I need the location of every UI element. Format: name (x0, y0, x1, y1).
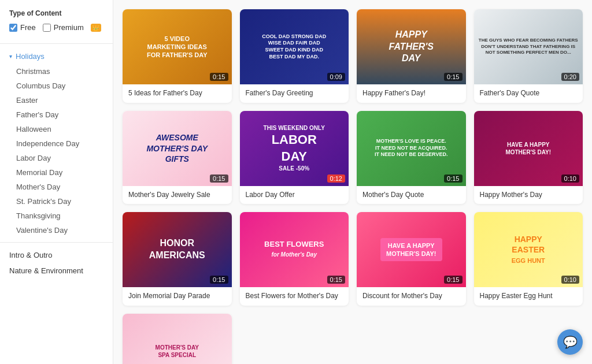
card-thumb: HonorAmericans 0:15 (123, 212, 232, 287)
card-thumb: HappyFather'sDay 0:15 (357, 9, 466, 84)
sidebar-subitem-mothersday[interactable]: Mother's Day (0, 180, 113, 194)
card-happy-mothers[interactable]: Have a HappyMother's Day! 0:10 Happy Mot… (474, 111, 583, 205)
free-checkbox-label[interactable]: Free (9, 23, 36, 32)
card-easter[interactable]: HAPPYEASTEREGG HUNT 0:10 Happy Easter Eg… (474, 212, 583, 306)
content-type-controls: Free Premium 👑 (0, 23, 113, 41)
sidebar-subitem-thanksgiving[interactable]: Thanksgiving (0, 209, 113, 223)
card-title: Best Flowers for Mother's Day (240, 287, 349, 306)
nature-label: Nature & Environment (9, 266, 83, 275)
card-duration: 0:10 (561, 276, 579, 284)
sidebar-subitem-memorialday[interactable]: Memorial Day (0, 165, 113, 180)
card-thumb: AwesomeMother's Daygifts 0:15 (123, 111, 232, 186)
card-title: 5 Ideas for Father's Day (123, 84, 232, 103)
card-duration: 0:15 (210, 73, 228, 81)
sidebar-item-intro-outro[interactable]: Intro & Outro (0, 247, 113, 263)
thumb-text: HappyFather'sDay (384, 24, 438, 69)
sidebar-subitem-christmas[interactable]: Christmas (0, 64, 113, 79)
sidebar-subitem-easter[interactable]: Easter (0, 93, 113, 107)
sidebar-subitem-halloween[interactable]: Halloween (0, 122, 113, 136)
sidebar-subitem-valentines[interactable]: Valentine's Day (0, 223, 113, 237)
divider (0, 43, 113, 44)
chat-button[interactable]: 💬 (557, 329, 583, 355)
sidebar-item-nature[interactable]: Nature & Environment (0, 263, 113, 278)
card-fathers-happy[interactable]: HappyFather'sDay 0:15 Happy Father's Day… (357, 9, 466, 103)
premium-icon: 👑 (91, 24, 101, 32)
thumb-text: COOL DAD STRONG DADWISE DAD FAIR DADSWEE… (257, 29, 331, 65)
card-duration: 0:10 (561, 174, 579, 183)
thumb-text: Have a HappyMother's Day! (501, 136, 556, 161)
chat-icon: 💬 (563, 335, 578, 349)
card-thumb: THIS WEEKEND ONLYLABORDAYSALE -50% 0:12 (240, 111, 349, 186)
card-thumb: Have a HappyMother's Day! 0:10 (474, 111, 583, 186)
card-thumb: 5 VIDEOMARKETING IDEASFOR FATHER'S DAY 0… (123, 9, 232, 84)
premium-checkbox-label[interactable]: Premium (43, 23, 84, 32)
card-mothers-quote[interactable]: MOTHER'S LOVE IS PEACE.IT NEED NOT BE AC… (357, 111, 466, 205)
card-thumb: COOL DAD STRONG DADWISE DAD FAIR DADSWEE… (240, 9, 349, 84)
card-duration: 0:09 (327, 73, 345, 81)
card-thumb: HAPPYEASTEREGG HUNT 0:10 (474, 212, 583, 287)
card-fathers-greeting[interactable]: COOL DAD STRONG DADWISE DAD FAIR DADSWEE… (240, 9, 349, 103)
card-mothers-jewelry[interactable]: AwesomeMother's Daygifts 0:15 Mother's D… (123, 111, 232, 205)
card-memorial[interactable]: HonorAmericans 0:15 Join Memorial Day Pa… (123, 212, 232, 306)
card-title: Happy Father's Day! (357, 84, 466, 103)
card-title: Mother's Day Jewelry Sale (123, 186, 232, 205)
card-fathers-5ideas[interactable]: 5 VIDEOMARKETING IDEASFOR FATHER'S DAY 0… (123, 9, 232, 103)
card-title: Labor Day Offer (240, 186, 349, 205)
free-checkbox[interactable] (9, 24, 17, 32)
thumb-text: HAVE A HAPPYMOTHER'S DAY! (380, 238, 442, 262)
sidebar-subitem-columbus[interactable]: Columbus Day (0, 79, 113, 93)
card-title: Happy Easter Egg Hunt (474, 287, 583, 306)
thumb-text: THIS WEEKEND ONLYLABORDAYSALE -50% (259, 120, 330, 177)
card-flowers[interactable]: Best Flowersfor Mother's Day 0:15 Best F… (240, 212, 349, 306)
card-title: Join Memorial Day Parade (123, 287, 232, 306)
card-duration: 0:15 (210, 174, 228, 183)
sidebar-subitem-stpatricks[interactable]: St. Patrick's Day (0, 194, 113, 209)
sidebar-subitem-laborday[interactable]: Labor Day (0, 151, 113, 165)
card-duration: 0:20 (561, 73, 579, 81)
card-discount-mothers[interactable]: HAVE A HAPPYMOTHER'S DAY! 0:15 Discount … (357, 212, 466, 306)
sidebar: Type of Content Free Premium 👑 ▾ Holiday… (0, 0, 113, 364)
card-spa[interactable]: Mother's DaySpa Special Mother's Day Spa… (123, 314, 232, 364)
section-title: Type of Content (0, 9, 113, 23)
thumb-text: 5 VIDEOMARKETING IDEASFOR FATHER'S DAY (142, 30, 212, 64)
cards-grid: 5 VIDEOMARKETING IDEASFOR FATHER'S DAY 0… (123, 9, 583, 364)
card-labor-offer[interactable]: THIS WEEKEND ONLYLABORDAYSALE -50% 0:12 … (240, 111, 349, 205)
card-thumb: MOTHER'S LOVE IS PEACE.IT NEED NOT BE AC… (357, 111, 466, 186)
thumb-text: The guys who fear becoming fathers don't… (474, 33, 583, 60)
card-duration: 0:15 (327, 276, 345, 284)
chevron-icon: ▾ (9, 53, 12, 60)
card-fathers-quote[interactable]: The guys who fear becoming fathers don't… (474, 9, 583, 103)
thumb-text: Best Flowersfor Mother's Day (260, 235, 328, 264)
card-title: Discount for Mother's Day (357, 287, 466, 306)
card-thumb: Best Flowersfor Mother's Day 0:15 (240, 212, 349, 287)
sidebar-subitem-independence[interactable]: Independence Day (0, 136, 113, 151)
thumb-text: Mother's DaySpa Special (151, 339, 204, 363)
sidebar-subitem-fathersday[interactable]: Father's Day (0, 107, 113, 122)
premium-label: Premium (54, 23, 84, 32)
card-title: Father's Day Quote (474, 84, 583, 103)
holidays-label: Holidays (16, 52, 45, 61)
card-duration: 0:15 (444, 73, 462, 81)
card-title: Happy Mother's Day (474, 186, 583, 205)
thumb-text: AwesomeMother's Daygifts (142, 128, 212, 169)
divider2 (0, 242, 113, 243)
sidebar-item-holidays[interactable]: ▾ Holidays (0, 49, 113, 64)
card-duration: 0:15 (210, 276, 228, 284)
premium-checkbox[interactable] (43, 24, 51, 32)
thumb-text: HonorAmericans (145, 233, 210, 266)
card-title: Father's Day Greeting (240, 84, 349, 103)
card-thumb: The guys who fear becoming fathers don't… (474, 9, 583, 84)
card-duration: 0:15 (444, 174, 462, 183)
card-duration: 0:15 (444, 276, 462, 284)
card-title: Mother's Day Quote (357, 186, 466, 205)
card-thumb: Mother's DaySpa Special (123, 314, 232, 364)
free-label: Free (20, 23, 36, 32)
card-thumb: HAVE A HAPPYMOTHER'S DAY! 0:15 (357, 212, 466, 287)
card-duration: 0:12 (327, 174, 345, 183)
intro-outro-label: Intro & Outro (9, 251, 52, 259)
main-content: 5 VIDEOMARKETING IDEASFOR FATHER'S DAY 0… (113, 0, 592, 364)
thumb-text: MOTHER'S LOVE IS PEACE.IT NEED NOT BE AC… (370, 133, 452, 163)
thumb-text: HAPPYEASTEREGG HUNT (507, 229, 550, 270)
